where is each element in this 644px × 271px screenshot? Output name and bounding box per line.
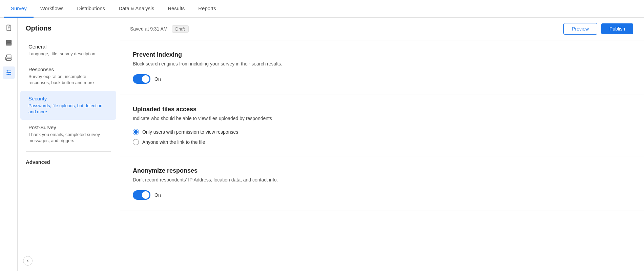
publish-button[interactable]: Publish: [601, 23, 633, 34]
radio-anyone-link-label: Anyone with the link to the file: [142, 139, 205, 145]
svg-point-12: [9, 72, 10, 73]
tab-distributions[interactable]: Distributions: [70, 0, 112, 18]
radio-anyone-link[interactable]: [133, 139, 139, 145]
svg-rect-4: [6, 42, 11, 43]
anonymize-responses-toggle-row: On: [133, 190, 630, 200]
radio-option-perm-users[interactable]: Only users with permission to view respo…: [133, 129, 630, 135]
saved-text: Saved at 9:31 AM: [130, 26, 168, 32]
tab-survey[interactable]: Survey: [4, 0, 34, 18]
uploaded-files-title: Uploaded files access: [133, 106, 630, 113]
prevent-indexing-desc: Block search engines from including your…: [133, 60, 630, 67]
anonymize-responses-title: Anonymize responses: [133, 167, 630, 174]
sidebar-title: Options: [18, 24, 119, 39]
svg-rect-0: [8, 25, 9, 26]
tab-reports[interactable]: Reports: [191, 0, 223, 18]
icon-bar: [0, 18, 18, 271]
sidebar-item-advanced[interactable]: Advanced: [18, 154, 119, 170]
anonymize-responses-section: Anonymize responses Don't record respond…: [119, 156, 644, 211]
main-layout: Options General Language, title, survey …: [0, 18, 644, 271]
sidebar-item-security[interactable]: Security Passwords, file uploads, bot de…: [20, 91, 116, 120]
preview-button[interactable]: Preview: [563, 23, 597, 35]
prevent-indexing-section: Prevent indexing Block search engines fr…: [119, 40, 644, 95]
content-area: Saved at 9:31 AM Draft Preview Publish P…: [119, 18, 644, 271]
svg-rect-7: [6, 59, 11, 60]
sidebar-item-general[interactable]: General Language, title, survey descript…: [20, 39, 116, 62]
prevent-indexing-toggle[interactable]: [133, 74, 150, 84]
prevent-indexing-toggle-label: On: [154, 76, 161, 82]
svg-point-11: [7, 70, 8, 71]
sidebar-divider: [26, 151, 111, 152]
draft-badge: Draft: [172, 25, 189, 33]
sliders-icon[interactable]: [3, 66, 15, 79]
tab-results[interactable]: Results: [161, 0, 191, 18]
top-nav: Survey Workflows Distributions Data & An…: [0, 0, 644, 18]
anonymize-responses-desc: Don't record respondents' IP Address, lo…: [133, 176, 630, 183]
sidebar: Options General Language, title, survey …: [18, 18, 119, 271]
svg-rect-5: [6, 44, 11, 45]
anonymize-responses-toggle-label: On: [154, 192, 161, 198]
collapse-sidebar-button[interactable]: [23, 256, 33, 266]
svg-rect-3: [6, 40, 11, 41]
uploaded-files-desc: Indicate who should be able to view file…: [133, 115, 630, 122]
prevent-indexing-toggle-row: On: [133, 74, 630, 84]
list-icon[interactable]: [3, 37, 15, 49]
clipboard-icon[interactable]: [3, 22, 15, 34]
tab-data-analysis[interactable]: Data & Analysis: [112, 0, 161, 18]
sidebar-item-responses[interactable]: Responses Survey expiration, incomplete …: [20, 62, 116, 91]
uploaded-files-radio-group: Only users with permission to view respo…: [133, 129, 630, 145]
sidebar-item-post-survey[interactable]: Post-Survey Thank you emails, completed …: [20, 120, 116, 149]
anonymize-responses-toggle[interactable]: [133, 190, 150, 200]
tab-workflows[interactable]: Workflows: [34, 0, 70, 18]
radio-perm-users-label: Only users with permission to view respo…: [142, 129, 238, 135]
svg-point-13: [7, 74, 8, 75]
radio-option-anyone-link[interactable]: Anyone with the link to the file: [133, 139, 630, 145]
content-topbar: Saved at 9:31 AM Draft Preview Publish: [119, 18, 644, 40]
uploaded-files-section: Uploaded files access Indicate who shoul…: [119, 95, 644, 156]
radio-perm-users[interactable]: [133, 129, 139, 135]
prevent-indexing-title: Prevent indexing: [133, 51, 630, 58]
print-icon[interactable]: [3, 52, 15, 64]
svg-rect-6: [6, 55, 11, 57]
